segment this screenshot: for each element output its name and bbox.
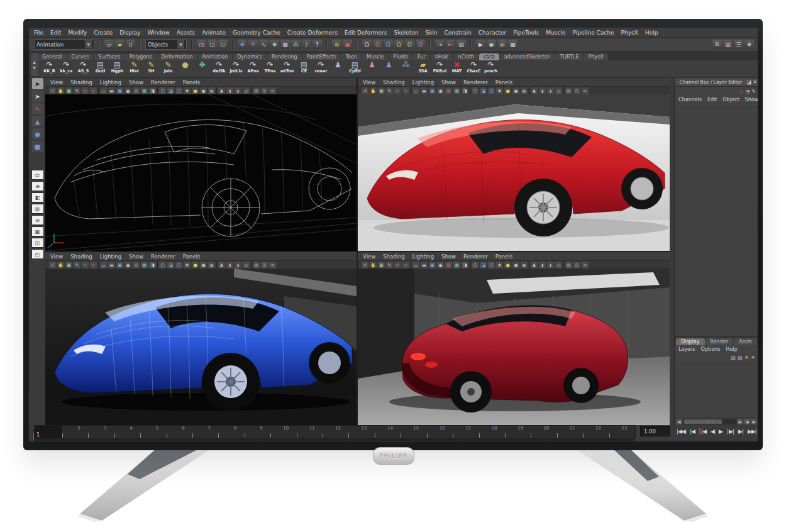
menu-item[interactable]: Constrain <box>445 30 472 36</box>
viewport-toolbar-icon[interactable]: ● <box>521 87 528 94</box>
viewport-menu-item[interactable]: Panels <box>183 253 200 260</box>
viewport-toolbar-icon[interactable]: ✏ <box>82 262 89 269</box>
selection-mask-icon[interactable]: ⌗ <box>248 40 258 49</box>
menu-item[interactable]: Window <box>147 30 170 36</box>
pane-left-button[interactable]: ◀ <box>744 419 750 424</box>
viewport-toolbar-icon[interactable]: ♟ <box>218 262 225 269</box>
shelf-tab[interactable]: nCloth <box>453 53 479 60</box>
shelf-tab[interactable]: Surfaces <box>94 53 125 60</box>
viewport-toolbar-icon[interactable]: ⊞ <box>573 87 580 94</box>
viewport-toolbar-icon[interactable]: ✎ <box>386 87 393 94</box>
viewport-toolbar-icon[interactable]: ≪ <box>582 87 589 94</box>
layer-list[interactable] <box>675 362 758 418</box>
viewport-toolbar-icon[interactable]: ✑ <box>402 262 409 269</box>
viewport-menu-item[interactable]: Renderer <box>463 79 488 86</box>
history-icon[interactable]: ⇤ <box>446 40 455 49</box>
playback-button[interactable]: |◀◀ <box>677 428 685 435</box>
channel-box-menu-item[interactable]: Show <box>745 97 758 103</box>
viewport-toolbar-icon[interactable]: ◗ <box>235 262 241 269</box>
viewport-toolbar-icon[interactable]: ♟ <box>531 262 538 269</box>
layer-create-icon[interactable]: ☀ <box>744 355 749 360</box>
shelf-tab[interactable]: Curves <box>67 53 94 60</box>
file-button-icon[interactable]: ▯ <box>126 40 135 49</box>
playback-button[interactable]: ▶ <box>719 428 722 435</box>
snap-magnet-icon[interactable]: Ω <box>405 40 414 49</box>
selection-mask-icon[interactable]: ♪ <box>302 40 311 49</box>
menu-item[interactable]: Pipeline Cache <box>572 30 614 36</box>
viewport-toolbar-icon[interactable] <box>98 262 99 269</box>
viewport-toolbar-icon[interactable]: ✏ <box>82 87 89 94</box>
viewport-toolbar-icon[interactable]: ▭ <box>412 87 419 94</box>
shelf-tab[interactable]: General <box>38 53 67 60</box>
viewport-canvas-blue-shaded[interactable] <box>45 269 357 425</box>
shelf-button[interactable]: ↷ jntLis <box>228 60 244 74</box>
layout-preset-button[interactable]: ◧ <box>31 192 44 202</box>
lock-icon[interactable]: ▣ <box>343 40 352 49</box>
viewport-toolbar-icon[interactable]: ❖ <box>184 262 191 269</box>
viewport-menu-item[interactable]: Show <box>129 253 143 260</box>
viewport-toolbar-icon[interactable]: ▬ <box>421 87 428 94</box>
viewport-toolbar-icon[interactable]: ● <box>208 262 215 269</box>
viewport-toolbar-icon[interactable]: ▤ <box>253 262 260 269</box>
viewport-toolbar-icon[interactable]: ◉ <box>125 262 131 269</box>
viewport-toolbar-icon[interactable] <box>251 88 252 94</box>
viewport-toolbar-icon[interactable]: ▣ <box>429 262 436 269</box>
viewport-toolbar-icon[interactable] <box>470 88 470 94</box>
viewport-toolbar-icon[interactable] <box>98 88 99 94</box>
timeline-frame[interactable]: 23 <box>609 426 635 438</box>
layout-preset-button[interactable]: ▥ <box>31 204 44 214</box>
viewport-toolbar-icon[interactable]: ▤ <box>253 87 260 94</box>
viewport-menu-item[interactable]: Lighting <box>100 79 121 86</box>
viewport-toolbar-icon[interactable]: ♟ <box>218 87 225 94</box>
viewport-toolbar-icon[interactable] <box>216 262 217 269</box>
shelf-button[interactable]: ↷ FKBui <box>432 60 448 74</box>
timeline-frame[interactable]: 7 <box>192 426 218 438</box>
shelf-button[interactable]: ↷ wtToo <box>279 60 295 74</box>
viewport-toolbar-icon[interactable]: ▣ <box>378 262 385 269</box>
shelf-button[interactable]: ✥ <box>194 60 210 69</box>
menu-item[interactable]: Muscle <box>546 30 565 36</box>
viewport-menu-item[interactable]: View <box>50 253 63 260</box>
editor-toggle-icon[interactable]: ▤ <box>723 40 733 49</box>
viewport-toolbar-icon[interactable]: ◗ <box>547 262 554 269</box>
viewport-toolbar-icon[interactable]: ◪ <box>167 262 174 269</box>
viewport-toolbar-icon[interactable]: ▤ <box>565 262 572 269</box>
timeline-frame[interactable]: 20 <box>531 426 556 438</box>
viewport-toolbar-icon[interactable]: ↺ <box>49 262 56 269</box>
viewport-toolbar-icon[interactable]: ◫ <box>488 87 495 94</box>
shelf-button[interactable]: ▰ SSA <box>415 60 431 74</box>
viewport-toolbar-icon[interactable]: ▦ <box>453 87 460 94</box>
playback-button[interactable]: ◀ <box>711 428 714 435</box>
viewport-toolbar-icon[interactable]: ● <box>512 262 519 269</box>
viewport-menu-item[interactable]: Renderer <box>151 79 175 86</box>
shelf-tab[interactable]: Polygons <box>125 53 157 60</box>
viewport-toolbar-icon[interactable]: ▦ <box>141 87 148 94</box>
shelf-tab[interactable]: Dynamics <box>233 53 266 60</box>
timeline-frame[interactable]: 4 <box>114 426 140 438</box>
history-icon[interactable]: ⇥ <box>435 40 445 49</box>
timeline-frame[interactable]: 12 <box>323 426 348 438</box>
timeline-frame[interactable]: 14 <box>375 426 401 438</box>
viewport-toolbar-icon[interactable]: ◪ <box>167 87 174 94</box>
viewport-toolbar-icon[interactable]: ◉ <box>437 262 444 269</box>
current-frame-marker[interactable]: 1 <box>35 426 62 438</box>
menu-item[interactable]: Assets <box>177 30 195 36</box>
menu-item[interactable]: Modify <box>69 30 87 36</box>
pane-right-button[interactable]: ▶ <box>751 419 757 424</box>
viewport-menu-item[interactable]: Shading <box>70 79 92 86</box>
viewport-toolbar-icon[interactable]: ◨ <box>462 262 468 269</box>
viewport-toolbar-icon[interactable]: ↺ <box>362 262 368 269</box>
shelf-button[interactable]: ↷ delSk <box>211 60 227 74</box>
viewport-toolbar-icon[interactable]: ◉ <box>125 87 131 94</box>
shelf-tab[interactable]: Animation <box>198 53 233 60</box>
timeline-frame[interactable]: 17 <box>453 426 479 438</box>
viewport-toolbar-icon[interactable]: ◫ <box>175 262 182 269</box>
shelf-button[interactable]: ↷ TPos <box>262 60 278 74</box>
playback-button[interactable]: |◀ <box>699 428 706 435</box>
channel-box-header[interactable]: Channel Box / Layer Editor ◪✕ <box>675 78 758 87</box>
scroll-thumb[interactable] <box>684 419 722 424</box>
range-slider[interactable] <box>34 438 634 441</box>
playback-button[interactable]: ▶| <box>727 428 734 435</box>
viewport-toolbar-icon[interactable]: ▣ <box>429 87 436 94</box>
viewport-toolbar-icon[interactable]: ▬ <box>108 262 115 269</box>
